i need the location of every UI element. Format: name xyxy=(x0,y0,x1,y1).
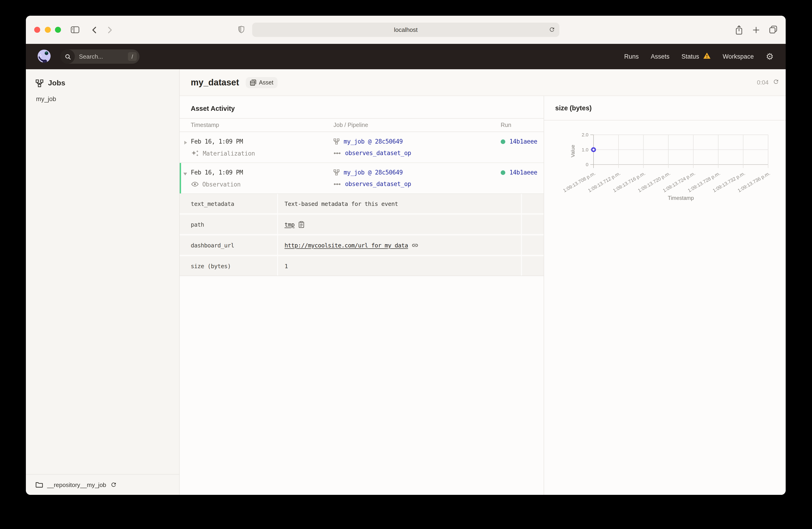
metadata-value: Text-based metadata for this event xyxy=(285,200,398,207)
nav-workspace[interactable]: Workspace xyxy=(723,53,754,60)
minimize-window-button[interactable] xyxy=(45,27,51,33)
metadata-row-text-metadata: text_metadata Text-based metadata for th… xyxy=(180,194,543,213)
page-title: my_dataset xyxy=(191,77,239,87)
desktop: localhost xyxy=(0,0,812,529)
column-timestamp: Timestamp xyxy=(180,122,326,128)
run-success-dot xyxy=(501,170,505,175)
sidebar-toggle-icon[interactable] xyxy=(71,26,79,35)
share-icon[interactable] xyxy=(735,25,743,37)
op-link[interactable]: observes_dataset_op xyxy=(345,180,411,187)
nav-assets[interactable]: Assets xyxy=(651,53,669,60)
dashboard-url-link[interactable]: http://mycoolsite.com/url_for_my_data xyxy=(285,242,408,249)
asset-activity-panel: Asset Activity Timestamp Job / Pipeline … xyxy=(180,96,544,495)
metadata-plots-panel: size (bytes) 2.01.001:09:13.708 p.m.1:09… xyxy=(544,96,786,495)
jobs-graph-icon xyxy=(35,79,43,87)
job-link[interactable]: my_job @ 28c50649 xyxy=(344,169,403,176)
copy-clipboard-icon[interactable] xyxy=(298,221,304,228)
sidebar-jobs-header: Jobs xyxy=(26,69,179,87)
event-row-materialization[interactable]: Feb 16, 1:09 PM xyxy=(180,132,543,163)
nav-status[interactable]: Status xyxy=(682,52,711,61)
job-graph-icon xyxy=(333,170,339,175)
new-tab-icon[interactable] xyxy=(752,26,760,35)
run-link[interactable]: 14b1aeee xyxy=(509,138,537,145)
search-input[interactable]: Search... / xyxy=(60,49,140,64)
search-placeholder: Search... xyxy=(75,53,128,60)
address-bar[interactable]: localhost xyxy=(252,23,559,37)
nav-runs[interactable]: Runs xyxy=(624,53,639,60)
materialization-sparkle-icon xyxy=(191,150,199,157)
asset-badge: Asset xyxy=(246,77,278,88)
job-graph-icon xyxy=(333,138,339,145)
metadata-key: path xyxy=(180,215,277,234)
svg-text:2.0: 2.0 xyxy=(582,132,589,137)
column-run: Run xyxy=(493,122,543,128)
folder-icon xyxy=(35,482,43,488)
repository-label: __repository__my_job xyxy=(47,481,106,488)
metadata-key: text_metadata xyxy=(180,194,277,213)
metadata-row-dashboard-url: dashboard_url http://mycoolsite.com/url_… xyxy=(180,235,543,255)
reload-icon[interactable] xyxy=(549,26,555,35)
app-header: Search... / Runs Assets Status Workspace… xyxy=(26,44,786,69)
back-icon[interactable] xyxy=(91,26,98,35)
size-bytes-chart: 2.01.001:09:13.708 p.m.1:09:13.712 p.m.1… xyxy=(544,120,785,229)
chart-title: size (bytes) xyxy=(544,96,786,120)
event-timestamp: Feb 16, 1:09 PM xyxy=(191,169,326,176)
event-type: Observation xyxy=(191,180,326,188)
forward-icon[interactable] xyxy=(107,26,113,35)
svg-text:0: 0 xyxy=(586,162,589,167)
activity-table-header: Timestamp Job / Pipeline Run xyxy=(180,118,543,132)
title-band: my_dataset Asset xyxy=(180,69,786,96)
asset-table-icon xyxy=(250,79,256,86)
browser-window: localhost xyxy=(26,16,786,495)
top-nav: Runs Assets Status Workspace ⚙ xyxy=(624,44,786,69)
job-link[interactable]: my_job @ 28c50649 xyxy=(344,138,403,145)
column-job-pipeline: Job / Pipeline xyxy=(326,122,493,128)
browser-toolbar: localhost xyxy=(26,16,786,44)
timer-value: 0:04 xyxy=(757,79,769,86)
repository-reload-icon[interactable] xyxy=(111,482,117,488)
warning-icon xyxy=(703,52,711,61)
settings-gear-icon[interactable]: ⚙ xyxy=(766,52,774,61)
app-body: Jobs my_job __repository__my_job xyxy=(26,69,786,495)
content: my_dataset Asset xyxy=(180,69,786,495)
zoom-window-button[interactable] xyxy=(55,27,61,33)
dagster-logo-icon[interactable] xyxy=(37,49,52,66)
run-link[interactable]: 14b1aeee xyxy=(509,169,537,176)
url-text: localhost xyxy=(394,26,418,33)
repository-footer: __repository__my_job xyxy=(26,474,179,495)
op-icon xyxy=(333,182,341,186)
run-success-dot xyxy=(501,139,505,144)
expand-caret-icon[interactable] xyxy=(184,141,187,145)
metadata-key: dashboard_url xyxy=(180,235,277,255)
collapse-caret-icon[interactable] xyxy=(183,173,187,175)
metadata-row-path: path tmp xyxy=(180,215,543,234)
observation-eye-icon xyxy=(191,180,199,188)
svg-text:1.0: 1.0 xyxy=(582,147,589,152)
op-icon xyxy=(333,151,341,155)
event-type: Materialization xyxy=(191,150,326,157)
tab-overview-icon[interactable] xyxy=(769,25,777,35)
path-link[interactable]: tmp xyxy=(285,221,294,228)
event-row-observation[interactable]: Feb 16, 1:09 PM Observation xyxy=(180,163,543,194)
timer-refresh-icon[interactable] xyxy=(773,78,779,86)
metadata-row-size-bytes: size (bytes) 1 xyxy=(180,256,543,276)
search-shortcut-badge: / xyxy=(128,52,137,61)
external-link-icon[interactable] xyxy=(412,242,419,249)
svg-text:Timestamp: Timestamp xyxy=(668,195,694,201)
metadata-value: 1 xyxy=(285,262,288,269)
search-icon xyxy=(60,49,75,64)
svg-text:Value: Value xyxy=(570,145,576,158)
content-body: Asset Activity Timestamp Job / Pipeline … xyxy=(180,96,786,495)
sidebar-item-my-job[interactable]: my_job xyxy=(26,87,179,102)
privacy-shield-icon[interactable] xyxy=(238,25,245,35)
close-window-button[interactable] xyxy=(34,27,40,33)
sidebar: Jobs my_job __repository__my_job xyxy=(26,69,180,495)
metadata-key: size (bytes) xyxy=(180,256,277,276)
event-metadata-table: text_metadata Text-based metadata for th… xyxy=(180,194,543,276)
event-timestamp: Feb 16, 1:09 PM xyxy=(191,138,326,145)
asset-activity-heading: Asset Activity xyxy=(191,105,533,112)
op-link[interactable]: observes_dataset_op xyxy=(345,150,411,157)
refresh-timer: 0:04 xyxy=(757,78,779,86)
